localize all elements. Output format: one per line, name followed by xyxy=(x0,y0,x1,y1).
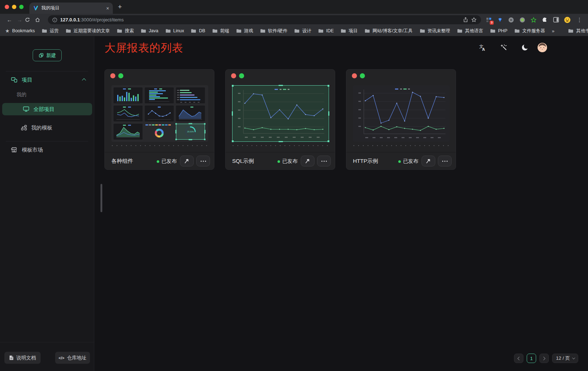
project-thumbnail-sql[interactable] xyxy=(232,85,329,142)
user-avatar[interactable] xyxy=(538,43,547,52)
browser-window: 我的项目 × + ← → 127.0.0.1:3000/#/project/it… xyxy=(0,0,588,371)
favicon xyxy=(33,5,38,11)
bookmark-folder-java[interactable]: Java xyxy=(141,28,158,33)
bookmarks-bar: ★ Bookmarks 运营 近期需要读的文章 搜索 Java Linux DB… xyxy=(0,26,588,36)
project-thumbnail-http[interactable] xyxy=(353,85,450,142)
ellipsis-icon xyxy=(442,161,448,162)
project-thumbnail-various[interactable]: 25.00% xyxy=(111,85,208,142)
back-button[interactable]: ← xyxy=(4,17,15,23)
bookmark-folder-frontend[interactable]: 前端 xyxy=(212,28,229,34)
selection-handle[interactable] xyxy=(328,85,329,87)
browser-menu-icon[interactable]: ⋮ xyxy=(577,17,582,23)
tab-strip: 我的项目 × + xyxy=(0,0,588,14)
x-axis-labels xyxy=(245,137,324,138)
home-button[interactable] xyxy=(35,17,45,22)
new-tab-button[interactable]: + xyxy=(118,3,122,11)
magic-wand-icon[interactable] xyxy=(500,44,508,51)
bookmark-folder-linux[interactable]: Linux xyxy=(165,28,184,33)
share-icon[interactable] xyxy=(463,17,468,22)
bookmark-folder-news[interactable]: 资讯未整理 xyxy=(420,28,451,34)
selection-handle[interactable] xyxy=(279,85,283,86)
chevron-up-icon[interactable] xyxy=(82,78,86,82)
bookmark-folder-search[interactable]: 搜索 xyxy=(117,28,134,34)
card-footer: SQL示例 已发布 xyxy=(226,152,335,169)
main-content: 大屏报表的列表 文A xyxy=(95,36,588,371)
edit-project-button[interactable] xyxy=(301,156,314,166)
selection-handle[interactable] xyxy=(232,111,233,116)
new-copy-icon xyxy=(38,53,44,58)
edit-project-button[interactable] xyxy=(180,156,194,166)
card-red-dot xyxy=(231,73,236,78)
sidebar-item-all-projects[interactable]: 全部项目 xyxy=(2,103,92,115)
bookmark-folder-fileserver[interactable]: 文件服务器 xyxy=(514,28,545,34)
selection-handle[interactable] xyxy=(328,111,329,116)
current-page-button[interactable]: 1 xyxy=(527,354,536,363)
next-page-button[interactable] xyxy=(539,354,549,363)
reload-button[interactable] xyxy=(25,17,35,22)
edit-project-button[interactable] xyxy=(422,156,435,166)
bookmark-folder-php[interactable]: PHP xyxy=(490,28,507,33)
extension-record-icon[interactable] xyxy=(519,17,526,23)
bookmarks-manager[interactable]: ★ Bookmarks xyxy=(5,28,35,34)
side-panel-icon[interactable] xyxy=(553,17,559,23)
new-project-button[interactable]: 新建 xyxy=(33,49,62,61)
scrollbar-thumb[interactable] xyxy=(100,184,102,212)
dark-mode-moon-icon[interactable] xyxy=(521,44,529,51)
bookmark-star-icon[interactable] xyxy=(471,17,477,22)
bookmark-folder-design[interactable]: 设计 xyxy=(294,28,311,34)
repo-button[interactable]: </> 仓库地址 xyxy=(55,352,90,364)
card-green-dot xyxy=(118,73,123,78)
more-options-button[interactable] xyxy=(196,156,210,166)
page-size-select[interactable]: 12 / 页 xyxy=(552,354,578,363)
selection-handle[interactable] xyxy=(232,140,234,142)
bookmark-folder-db[interactable]: DB xyxy=(191,28,205,33)
status-badge: 已发布 xyxy=(157,158,177,165)
window-close-button[interactable] xyxy=(5,5,9,9)
extension-gem-icon[interactable] xyxy=(497,17,503,23)
x-axis-labels xyxy=(365,137,445,138)
extensions-puzzle-icon[interactable] xyxy=(542,17,548,23)
bookmark-folder-games[interactable]: 游戏 xyxy=(236,28,253,34)
status-dot xyxy=(277,160,280,163)
project-name: SQL示例 xyxy=(232,158,254,165)
other-bookmarks[interactable]: 其他书签 xyxy=(568,28,588,34)
bookmarks-overflow-icon[interactable]: » xyxy=(552,28,554,34)
sidebar-group-project[interactable]: 项目 xyxy=(0,74,94,86)
address-bar[interactable]: 127.0.0.1:3000/#/project/items xyxy=(48,15,481,24)
selection-handle[interactable] xyxy=(279,141,283,142)
selection-handle[interactable] xyxy=(328,140,329,142)
docs-button[interactable]: 说明文档 xyxy=(4,352,41,364)
profile-avatar-icon[interactable] xyxy=(564,17,571,23)
forward-button[interactable]: → xyxy=(15,17,25,23)
bookmark-folder-projects[interactable]: 项目 xyxy=(341,28,358,34)
project-card-http[interactable]: HTTP示例 已发布 xyxy=(346,69,456,170)
bookmark-folder-languages[interactable]: 其他语言 xyxy=(457,28,483,34)
extension-star-icon[interactable] xyxy=(530,17,537,23)
sidebar-item-template-market[interactable]: 模板市场 xyxy=(0,144,94,156)
extension-grid-icon[interactable]: 9 xyxy=(485,17,492,23)
more-options-button[interactable] xyxy=(317,156,331,166)
sidebar-item-my-templates[interactable]: 我的模板 xyxy=(0,122,94,133)
extension-command-icon[interactable]: ⌘ xyxy=(508,17,514,23)
project-card-sql[interactable]: SQL示例 已发布 xyxy=(225,69,335,170)
selection-handle[interactable] xyxy=(232,85,234,87)
window-maximize-button[interactable] xyxy=(19,5,24,9)
prev-page-button[interactable] xyxy=(514,354,523,363)
more-options-button[interactable] xyxy=(438,156,452,166)
bookmark-folder-hardware[interactable]: 软件/硬件 xyxy=(260,28,287,34)
card-red-dot xyxy=(352,73,357,78)
sidebar-group-mine: 我的 xyxy=(17,91,26,98)
bookmark-folder-yunying[interactable]: 运营 xyxy=(42,28,59,34)
bookmark-folder-ide[interactable]: IDE xyxy=(318,28,334,33)
progress-value: 25.00% xyxy=(187,131,194,133)
language-toggle-icon[interactable]: 文A xyxy=(478,44,486,51)
card-dotted-separator xyxy=(231,145,330,146)
bookmark-folder-articles[interactable]: 近期需要读的文章 xyxy=(66,28,110,34)
app-root: 新建 项目 我的 全部项目 我的模板 xyxy=(0,36,588,371)
window-minimize-button[interactable] xyxy=(12,5,16,9)
site-info-icon[interactable] xyxy=(52,17,57,22)
bookmark-folder-websites[interactable]: 网站/博客/文章/工具 xyxy=(365,28,412,34)
project-card-various[interactable]: 25.00% 各种组件 已发布 xyxy=(104,69,214,170)
tab-close-icon[interactable]: × xyxy=(106,6,109,11)
browser-tab[interactable]: 我的项目 × xyxy=(29,3,113,14)
